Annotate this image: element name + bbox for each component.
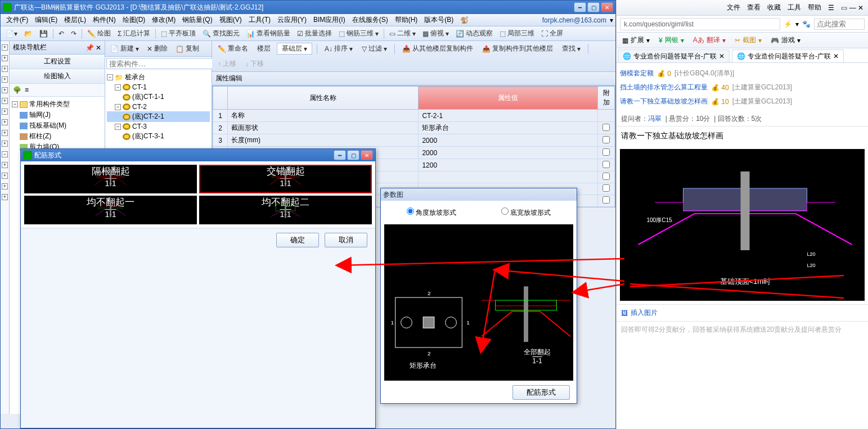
browser-menu-help[interactable]: 帮助 bbox=[808, 3, 821, 12]
tb-batch-select[interactable]: ☑ 批量选择 bbox=[294, 28, 335, 39]
gutter-expand[interactable]: + bbox=[2, 130, 8, 136]
nav-project-settings[interactable]: 工程设置 bbox=[10, 55, 105, 69]
tb-draw[interactable]: ✏️ 绘图 bbox=[84, 28, 114, 39]
gutter-expand[interactable]: + bbox=[2, 98, 8, 104]
component-search-input[interactable] bbox=[106, 58, 213, 69]
tb-new-doc[interactable]: 📄▾ bbox=[3, 29, 20, 39]
rebar-option-4[interactable]: 均不翻起二1-1 bbox=[199, 196, 372, 224]
tb-sum[interactable]: Σ 汇总计算 bbox=[115, 28, 153, 39]
browser-menu-tools[interactable]: 工具 bbox=[788, 3, 801, 12]
tab-close-icon[interactable]: ✕ bbox=[833, 52, 839, 60]
insert-image-button[interactable]: 🖼 插入图片 bbox=[617, 304, 868, 322]
gutter-expand[interactable]: + bbox=[2, 66, 8, 72]
dialog-close[interactable]: ✕ bbox=[361, 150, 373, 160]
user-label[interactable]: forpk.chen@163.com bbox=[542, 16, 610, 24]
tree-item-column[interactable]: 框柱(Z) bbox=[12, 131, 102, 142]
translate-button[interactable]: Aあ 翻译 ▾ bbox=[691, 35, 728, 45]
floor-select[interactable]: 基础层 ▾ bbox=[277, 43, 312, 55]
browser-more-icon[interactable]: ☰ bbox=[828, 4, 834, 12]
browser-tab-2[interactable]: 🌐 专业造价问题答疑平台-广联 ✕ bbox=[732, 49, 844, 62]
move-down-button[interactable]: ↓ 下移 bbox=[242, 58, 267, 70]
tb-undo[interactable]: ↶ bbox=[56, 29, 67, 39]
browser-settings-icon[interactable]: ▭ ― ✕ bbox=[841, 4, 863, 12]
tree-ct2-1[interactable]: (底)CT-2-1 bbox=[107, 111, 210, 122]
asker-link[interactable]: 冯翠 bbox=[648, 115, 662, 123]
gutter-collapse[interactable]: − bbox=[2, 151, 8, 157]
move-up-button[interactable]: ↑ 上移 bbox=[215, 58, 239, 70]
gutter-expand[interactable]: + bbox=[2, 109, 8, 115]
tb-top-view[interactable]: ▦ 俯视 ▾ bbox=[420, 28, 452, 39]
menu-view[interactable]: 视图(V) bbox=[216, 14, 245, 26]
bank-button[interactable]: ¥ 网银 ▾ bbox=[656, 35, 686, 45]
rebar-form-button[interactable]: 配筋形式 bbox=[512, 385, 570, 400]
browser-tab-1[interactable]: 🌐 专业造价问题答疑平台-广联 ✕ bbox=[618, 49, 730, 62]
tb-align-slab[interactable]: ⬚ 平齐板顶 bbox=[158, 28, 199, 39]
tb-find-elem[interactable]: 🔍 查找图元 bbox=[200, 28, 242, 39]
close-button[interactable]: ✕ bbox=[601, 2, 613, 12]
dialog-titlebar[interactable]: 参数图 bbox=[381, 188, 577, 201]
gutter-expand[interactable]: + bbox=[2, 76, 8, 83]
gutter-expand[interactable]: + bbox=[2, 44, 8, 51]
menu-rebar[interactable]: 钢筋量(Q) bbox=[179, 14, 215, 26]
user-dropdown-icon[interactable]: ▾ bbox=[610, 16, 613, 24]
find-button[interactable]: 查找 ▾ bbox=[559, 43, 583, 55]
extra-check[interactable] bbox=[602, 161, 610, 168]
gutter-expand[interactable]: + bbox=[2, 194, 8, 200]
tb-orbit[interactable]: 🔄 动态观察 bbox=[453, 28, 496, 39]
menu-modify[interactable]: 修改(M) bbox=[149, 14, 179, 26]
tb-save[interactable]: 💾 bbox=[37, 29, 51, 39]
menu-floor[interactable]: 楼层(L) bbox=[61, 14, 89, 26]
rebar-option-3[interactable]: 均不翻起一1-1 bbox=[24, 196, 197, 224]
game-button[interactable]: 🎮 游戏 ▾ bbox=[768, 35, 803, 45]
rebar-option-2[interactable]: 横向面筋 纵向面筋 交错翻起1-1 bbox=[199, 165, 372, 193]
browser-menu-fav[interactable]: 收藏 bbox=[767, 3, 781, 12]
copy-from-floor-button[interactable]: 📥 从其他楼层复制构件 bbox=[399, 43, 476, 55]
tab-close-icon[interactable]: ✕ bbox=[719, 52, 725, 60]
tree-root[interactable]: − 常用构件类型 bbox=[12, 99, 102, 110]
extra-check[interactable] bbox=[602, 124, 610, 131]
tree-ct2[interactable]: − CT-2 bbox=[107, 102, 210, 111]
menu-tools[interactable]: 工具(T) bbox=[245, 14, 274, 26]
menu-online[interactable]: 在线服务(S) bbox=[349, 14, 392, 26]
copy-component-button[interactable]: 📋 复制 bbox=[173, 43, 202, 55]
panel-pin-icon[interactable]: 📌 ✕ bbox=[86, 44, 101, 52]
extra-check[interactable] bbox=[602, 173, 610, 180]
menu-cloud[interactable]: 云应用(Y) bbox=[274, 14, 310, 26]
rename-button[interactable]: ✏️ 重命名 bbox=[215, 43, 251, 55]
lightning-icon[interactable]: ⚡ bbox=[784, 20, 792, 28]
dialog-minimize[interactable]: ━ bbox=[334, 150, 346, 160]
radio-width[interactable]: 底宽放坡形式 bbox=[501, 207, 551, 218]
menu-edit[interactable]: 编辑(E) bbox=[32, 14, 61, 26]
delete-component-button[interactable]: ✕ 删除 bbox=[144, 43, 170, 55]
maximize-button[interactable]: ▢ bbox=[587, 2, 600, 12]
extra-check[interactable] bbox=[602, 136, 610, 143]
qa-item[interactable]: 挡土墙的排水管怎么算工程量 💰 40 [土建算量GCL2013] bbox=[617, 80, 868, 94]
ext-button[interactable]: ▦ 扩展 ▾ bbox=[620, 35, 652, 45]
paw-icon[interactable]: 🐾 bbox=[802, 20, 811, 28]
tb-open[interactable]: 📂 bbox=[21, 29, 35, 39]
filter-button[interactable]: ▽ 过滤 ▾ bbox=[359, 43, 390, 55]
menu-bim[interactable]: BIM应用(I) bbox=[310, 14, 349, 26]
tb-view-rebar[interactable]: 📊 查看钢筋量 bbox=[244, 28, 293, 39]
tree-root-pilecap[interactable]: − 📁 桩承台 bbox=[107, 72, 210, 83]
tree-ct3-1[interactable]: (底)CT-3-1 bbox=[107, 131, 210, 142]
list-view-icon[interactable]: ≡ bbox=[25, 86, 29, 94]
sort-button[interactable]: A↓ 排序 ▾ bbox=[322, 43, 356, 55]
menu-help[interactable]: 帮助(H) bbox=[392, 14, 421, 26]
dialog-titlebar[interactable]: 配筋形式 ━ ▢ ✕ bbox=[21, 149, 375, 161]
gutter-expand[interactable]: + bbox=[2, 87, 8, 93]
floor-dropdown[interactable]: 楼层 bbox=[254, 43, 273, 55]
menu-draw[interactable]: 绘图(D) bbox=[119, 14, 149, 26]
tb-2d[interactable]: ▭ 二维 ▾ bbox=[386, 28, 419, 39]
expand-icon[interactable]: − bbox=[12, 101, 18, 107]
qa-item[interactable]: 请教一下独立基础放坡怎样画 💰 10 [土建算量GCL2013] bbox=[617, 94, 868, 109]
extra-check[interactable] bbox=[602, 148, 610, 156]
tb-fullscreen[interactable]: ⛶ 全屏 bbox=[538, 28, 566, 39]
nav-draw-input[interactable]: 绘图输入 bbox=[10, 69, 105, 84]
tb-rebar-3d[interactable]: ⬚ 钢筋三维 ▾ bbox=[336, 28, 381, 39]
dialog-maximize[interactable]: ▢ bbox=[347, 150, 359, 160]
ok-button[interactable]: 确定 bbox=[276, 233, 319, 247]
menu-version[interactable]: 版本号(B) bbox=[421, 14, 457, 26]
new-component-button[interactable]: 📄 新建 ▾ bbox=[107, 43, 142, 55]
extra-check[interactable] bbox=[602, 196, 610, 204]
